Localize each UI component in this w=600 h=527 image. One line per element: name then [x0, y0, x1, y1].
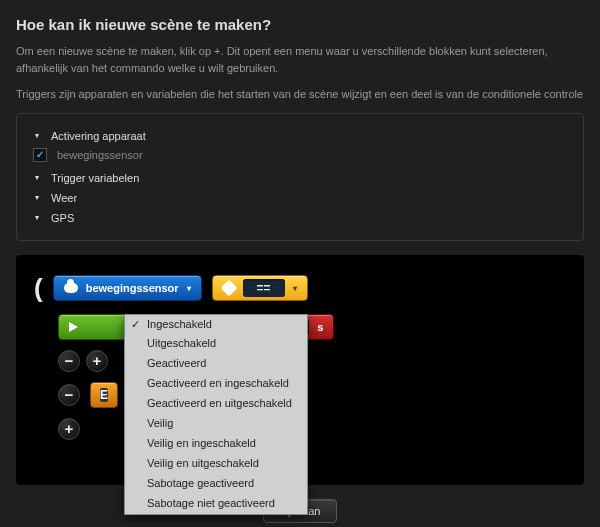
- state-dropdown[interactable]: Ingeschakeld Uitgeschakeld Geactiveerd G…: [124, 314, 308, 515]
- triggers-text: Triggers zijn apparaten en variabelen di…: [16, 86, 584, 103]
- trigger-groups-panel: ▾ Activering apparaat ✓ bewegingssensor …: [16, 113, 584, 241]
- else-icon: E: [100, 388, 108, 402]
- device-block[interactable]: bewegingssensor ▾: [53, 275, 202, 301]
- intro-text: Om een nieuwe scène te maken, klik op +.…: [16, 43, 584, 76]
- dropdown-option[interactable]: Sabotage niet geactiveerd: [125, 494, 307, 514]
- dropdown-option[interactable]: Veilig en uitgeschakeld: [125, 454, 307, 474]
- scene-builder: ( bewegingssensor ▾ == ▾ 0 s − +: [16, 255, 584, 485]
- checkbox-checked-icon[interactable]: ✓: [33, 148, 47, 162]
- chevron-down-icon: ▾: [33, 173, 41, 182]
- dropdown-option[interactable]: Geactiveerd: [125, 354, 307, 374]
- operator-value: ==: [243, 279, 285, 297]
- device-label: bewegingssensor: [86, 282, 179, 294]
- dropdown-option[interactable]: Veilig en ingeschakeld: [125, 434, 307, 454]
- remove-else-button[interactable]: −: [58, 384, 80, 406]
- device-icon: [64, 283, 78, 293]
- group-weer[interactable]: ▾ Weer: [33, 188, 567, 208]
- chevron-down-icon: ▾: [33, 193, 41, 202]
- dropdown-option[interactable]: Veilig: [125, 414, 307, 434]
- chevron-down-icon: ▾: [33, 131, 41, 140]
- add-block-button[interactable]: +: [58, 418, 80, 440]
- page-title: Hoe kan ik nieuwe scène te maken?: [16, 16, 584, 33]
- open-paren: (: [34, 273, 43, 304]
- group-label: Trigger variabelen: [51, 172, 139, 184]
- dropdown-option[interactable]: Geactiveerd en ingeschakeld: [125, 374, 307, 394]
- group-label: Activering apparaat: [51, 130, 146, 142]
- dropdown-option[interactable]: Uitgeschakeld: [125, 334, 307, 354]
- remove-action-button[interactable]: −: [58, 350, 80, 372]
- dropdown-option[interactable]: Ingeschakeld: [125, 315, 307, 335]
- condition-row: ( bewegingssensor ▾ == ▾: [34, 273, 566, 304]
- dropdown-option[interactable]: Geactiveerd en uitgeschakeld: [125, 394, 307, 414]
- group-label: Weer: [51, 192, 77, 204]
- chevron-down-icon: ▾: [187, 284, 191, 293]
- trigger-device-label: bewegingssensor: [57, 149, 143, 161]
- trigger-device-item[interactable]: ✓ bewegingssensor: [33, 146, 567, 168]
- delay-unit: s: [317, 321, 323, 333]
- else-block[interactable]: E: [90, 382, 118, 408]
- diamond-icon: [220, 280, 237, 297]
- play-icon: [69, 322, 78, 332]
- group-label: GPS: [51, 212, 74, 224]
- dropdown-option[interactable]: Sabotage geactiveerd: [125, 474, 307, 494]
- operator-block[interactable]: == ▾: [212, 275, 308, 301]
- chevron-down-icon: ▾: [293, 284, 297, 293]
- chevron-down-icon: ▾: [33, 213, 41, 222]
- group-activering-apparaat[interactable]: ▾ Activering apparaat: [33, 126, 567, 146]
- group-trigger-variabelen[interactable]: ▾ Trigger variabelen: [33, 168, 567, 188]
- add-action-button[interactable]: +: [86, 350, 108, 372]
- group-gps[interactable]: ▾ GPS: [33, 208, 567, 228]
